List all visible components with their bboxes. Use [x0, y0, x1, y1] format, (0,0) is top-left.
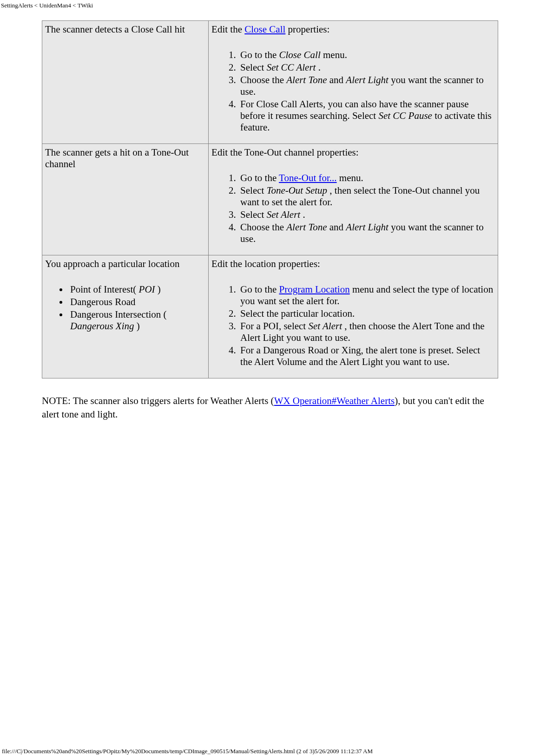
list-item: For a Dangerous Road or Xing, the alert … — [238, 345, 494, 368]
list-item: Choose the Alert Tone and Alert Light yo… — [238, 74, 494, 98]
condition-cell: The scanner gets a hit on a Tone-Out cha… — [42, 144, 209, 255]
list-item: Select the particular location. — [238, 308, 494, 319]
table-row: The scanner gets a hit on a Tone-Out cha… — [42, 144, 498, 255]
list-item: For a POI, select Set Alert , then choos… — [238, 320, 494, 344]
note-paragraph: NOTE: The scanner also triggers alerts f… — [42, 394, 498, 422]
action-cell: Edit the Tone-Out channel properties: Go… — [209, 144, 498, 255]
close-call-link[interactable]: Close Call — [244, 24, 285, 35]
list-item: Go to the Program Location menu and sele… — [238, 284, 494, 307]
intro-text: Edit the Tone-Out channel properties: — [211, 147, 359, 158]
list-item: Dangerous Road — [68, 296, 204, 308]
list-item: Choose the Alert Tone and Alert Light yo… — [238, 222, 494, 245]
steps-list: Go to the Close Call menu. Select Set CC… — [211, 49, 494, 133]
wx-operation-link[interactable]: WX Operation#Weather Alerts — [274, 395, 395, 406]
page-header-breadcrumb: SettingAlerts < UnidenMan4 < TWiki — [0, 0, 540, 11]
condition-cell: The scanner detects a Close Call hit — [42, 21, 209, 144]
action-cell: Edit the location properties: Go to the … — [209, 255, 498, 378]
cell-text: You approach a particular location — [45, 258, 179, 269]
condition-cell: You approach a particular location Point… — [42, 255, 209, 378]
list-item: Point of Interest( POI ) — [68, 284, 204, 295]
list-item: Dangerous Intersection ( Dangerous Xing … — [68, 309, 204, 332]
tone-out-link[interactable]: Tone-Out for... — [279, 172, 337, 183]
intro-text-post: properties: — [285, 24, 329, 35]
steps-list: Go to the Program Location menu and sele… — [211, 284, 494, 368]
list-item: Select Set CC Alert . — [238, 62, 494, 73]
list-item: Select Tone-Out Setup , then select the … — [238, 185, 494, 208]
list-item: Go to the Tone-Out for... menu. — [238, 172, 494, 184]
table-row: You approach a particular location Point… — [42, 255, 498, 378]
steps-list: Go to the Tone-Out for... menu. Select T… — [211, 172, 494, 245]
alerts-table: The scanner detects a Close Call hit Edi… — [42, 20, 498, 378]
page-content: The scanner detects a Close Call hit Edi… — [0, 11, 540, 422]
program-location-link[interactable]: Program Location — [279, 284, 349, 295]
cell-text: The scanner detects a Close Call hit — [45, 24, 185, 35]
table-row: The scanner detects a Close Call hit Edi… — [42, 21, 498, 144]
action-cell: Edit the Close Call properties: Go to th… — [209, 21, 498, 144]
intro-text: Edit the — [211, 24, 244, 35]
cell-text: The scanner gets a hit on a Tone-Out cha… — [45, 147, 189, 169]
list-item: Select Set Alert . — [238, 209, 494, 221]
list-item: Go to the Close Call menu. — [238, 49, 494, 61]
list-item: For Close Call Alerts, you can also have… — [238, 98, 494, 133]
bullet-list: Point of Interest( POI ) Dangerous Road … — [45, 284, 204, 332]
intro-text: Edit the location properties: — [211, 258, 320, 269]
